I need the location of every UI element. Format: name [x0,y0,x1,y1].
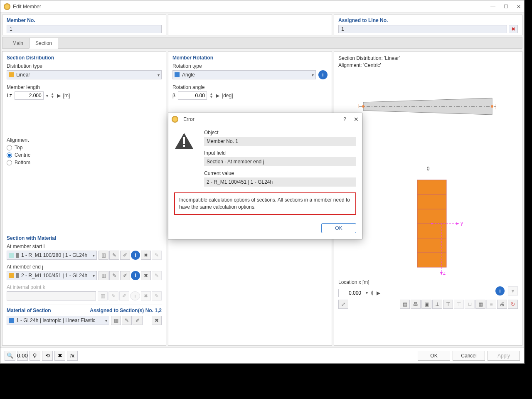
rotation-type-label: Rotation type [172,63,328,69]
svg-marker-11 [456,222,459,225]
info-button[interactable]: i [495,286,505,296]
internal-section-dropdown [7,291,96,300]
start-section-dropdown[interactable]: 1 - R_M1 100/280 | 1 - GL24h ▾ [7,251,97,260]
location-input[interactable] [338,289,363,297]
edit-button[interactable]: ✐ [133,316,143,325]
member-no-input[interactable] [7,25,162,33]
footer-tool5-icon[interactable]: ✖ [54,351,65,361]
footer-tool6-icon[interactable]: fx [67,351,78,361]
delete-button[interactable]: ✖ [152,316,162,325]
axis-z-label: z [443,270,446,276]
filter-button[interactable]: ▼ [508,286,518,296]
footer-tool4-icon[interactable]: ⟲ [42,351,53,361]
help-icon[interactable]: ? [343,116,346,122]
tool-9-icon[interactable]: ≡ [486,300,496,309]
footer-units-icon[interactable]: 0.00 [17,351,28,361]
ok-button[interactable]: OK [418,351,450,361]
delete-button[interactable]: ✖ [141,271,151,280]
location-label: Location x [m] [338,279,518,285]
material-dropdown[interactable]: 1 - GL24h | Isotropic | Linear Elastic ▾ [7,316,109,325]
close-button[interactable]: ✕ [517,4,521,10]
new-button[interactable]: ✎ [122,316,132,325]
align-top-radio[interactable]: Top [7,145,162,150]
info-button[interactable]: i [131,271,140,280]
chevron-down-icon[interactable]: ▾ [366,291,368,295]
library-button[interactable]: ▥ [99,251,108,260]
material-swatch-icon [9,318,14,323]
tool-1-icon[interactable]: ▤ [400,300,410,309]
align-centric-radio[interactable]: Centric [7,152,162,158]
app-icon [4,3,10,10]
tab-bar: Main Section [2,37,522,49]
new-button[interactable]: ✎ [109,271,119,280]
edit-button[interactable]: ✐ [120,251,130,260]
library-button[interactable]: ▥ [99,271,108,280]
apply-button[interactable]: Apply [488,351,520,361]
length-symbol: Lz [7,93,12,99]
length-unit: [m] [63,93,70,99]
stepper-down-icon[interactable]: ▼ [370,293,374,296]
angle-symbol: β [172,93,175,99]
tool-7-icon[interactable]: ⊔ [465,300,475,309]
node-i-label: i [358,103,360,109]
tool-refresh-icon[interactable]: ↻ [508,300,518,309]
new-button[interactable]: ✎ [109,251,119,260]
edit-member-window: Edit Member — ☐ ✕ Member No. Assigned to… [0,0,525,364]
footer-help-icon[interactable]: 🔍 [5,351,15,361]
pick-line-button[interactable]: ✖ [509,25,518,33]
end-swatch-icon [9,273,14,278]
play-icon[interactable]: ▶ [216,93,219,99]
assigned-input[interactable] [338,25,507,33]
info-button[interactable]: i [131,251,140,260]
tool-3-icon[interactable]: ▣ [421,300,431,309]
align-top-label: Top [15,145,22,150]
start-swatch-icon [9,253,14,258]
edit-button[interactable]: ✐ [120,271,130,280]
material-heading: Material of Section [7,308,51,313]
svg-point-14 [431,223,433,224]
preview-line2: Alignment: 'Centric' [338,62,518,69]
dist-type-value: Linear [16,72,158,78]
member-length-label: Member length [7,84,162,90]
library-button[interactable]: ▥ [111,316,121,325]
tool-6-icon[interactable]: ⊤ [454,300,464,309]
tool-grid-icon[interactable]: ▦ [475,300,485,309]
tool-printer-icon[interactable]: 🖨 [497,300,507,309]
start-shape-icon [16,253,19,258]
align-bottom-radio[interactable]: Bottom [7,160,162,165]
stepper-down-icon[interactable]: ▼ [209,96,213,99]
maximize-button[interactable]: ☐ [504,4,508,10]
length-unit-chevron-icon[interactable]: ▾ [46,94,48,98]
dist-type-label: Distribution type [7,63,162,69]
extra-button[interactable]: ✎ [152,271,162,280]
rotation-type-dropdown[interactable]: Angle ▾ [172,70,316,79]
error-input-value: Section - At member end j [204,157,356,166]
tab-main[interactable]: Main [7,38,29,48]
tool-expand-icon[interactable]: ⤢ [338,300,348,309]
footer-tool3-icon[interactable]: ⚲ [30,351,40,361]
rotation-angle-label: Rotation angle [172,84,328,90]
length-input[interactable] [15,91,44,100]
close-icon[interactable]: ✕ [354,116,359,123]
delete-button[interactable]: ✖ [141,251,151,260]
app-icon [172,116,178,123]
info-button[interactable]: i [318,70,328,79]
play-icon[interactable]: ▶ [377,290,380,296]
tool-print-icon[interactable]: 🖶 [411,300,421,309]
dist-type-dropdown[interactable]: Linear ▾ [7,70,162,79]
angle-swatch-icon [175,72,180,77]
error-object-label: Object [204,130,356,135]
end-section-dropdown[interactable]: 2 - R_M1 100/451 | 1 - GL24h ▾ [7,271,97,280]
new-button: ✎ [108,291,118,300]
tool-4-icon[interactable]: ⊥ [432,300,442,309]
extra-button[interactable]: ✎ [152,251,162,260]
tool-5-icon[interactable]: ⊤ [443,300,453,309]
error-object-value: Member No. 1 [204,137,356,146]
cancel-button[interactable]: Cancel [453,351,485,361]
tab-section[interactable]: Section [29,38,58,49]
angle-input[interactable] [178,91,207,100]
minimize-button[interactable]: — [490,4,495,10]
play-icon[interactable]: ▶ [57,93,61,99]
stepper-down-icon[interactable]: ▼ [51,96,54,99]
error-ok-button[interactable]: OK [321,223,356,233]
